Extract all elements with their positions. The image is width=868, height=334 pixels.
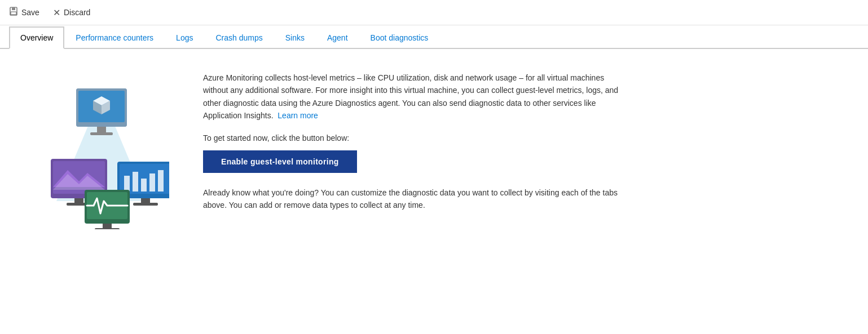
text-content: Azure Monitoring collects host-level met… — [203, 72, 620, 211]
tabs-container: Overview Performance counters Logs Crash… — [0, 25, 868, 49]
tab-crash-dumps[interactable]: Crash dumps — [204, 26, 274, 49]
svg-rect-29 — [103, 224, 112, 228]
svg-rect-16 — [74, 198, 83, 203]
discard-label: Discard — [64, 8, 90, 17]
svg-rect-2 — [11, 12, 16, 15]
description-text: Azure Monitoring collects host-level met… — [203, 72, 620, 122]
svg-rect-21 — [133, 172, 138, 192]
tab-sinks[interactable]: Sinks — [274, 26, 316, 49]
svg-rect-30 — [95, 228, 120, 229]
already-text: Already know what you're doing? You can … — [203, 186, 620, 212]
enable-monitoring-button[interactable]: Enable guest-level monitoring — [203, 150, 357, 173]
svg-rect-20 — [124, 176, 130, 192]
save-icon — [9, 7, 18, 18]
svg-rect-26 — [133, 203, 158, 206]
discard-button[interactable]: ✕ Discard — [53, 5, 90, 20]
tab-logs[interactable]: Logs — [165, 26, 204, 49]
learn-more-link[interactable]: Learn more — [277, 111, 318, 120]
svg-rect-11 — [90, 132, 113, 135]
tab-performance-counters[interactable]: Performance counters — [64, 26, 165, 49]
save-label: Save — [21, 8, 39, 17]
svg-rect-23 — [149, 173, 155, 192]
svg-rect-10 — [97, 127, 106, 132]
svg-rect-22 — [141, 179, 147, 192]
svg-rect-25 — [141, 198, 150, 203]
cta-text: To get started now, click the button bel… — [203, 133, 620, 142]
save-button[interactable]: Save — [9, 5, 39, 20]
illustration — [34, 72, 169, 229]
discard-icon: ✕ — [53, 7, 60, 18]
main-content: Azure Monitoring collects host-level met… — [0, 49, 868, 252]
tab-agent[interactable]: Agent — [316, 26, 359, 49]
toolbar: Save ✕ Discard — [0, 0, 868, 25]
tab-overview[interactable]: Overview — [9, 26, 64, 49]
svg-rect-1 — [12, 7, 15, 10]
svg-rect-24 — [158, 170, 164, 192]
tab-boot-diagnostics[interactable]: Boot diagnostics — [359, 26, 440, 49]
